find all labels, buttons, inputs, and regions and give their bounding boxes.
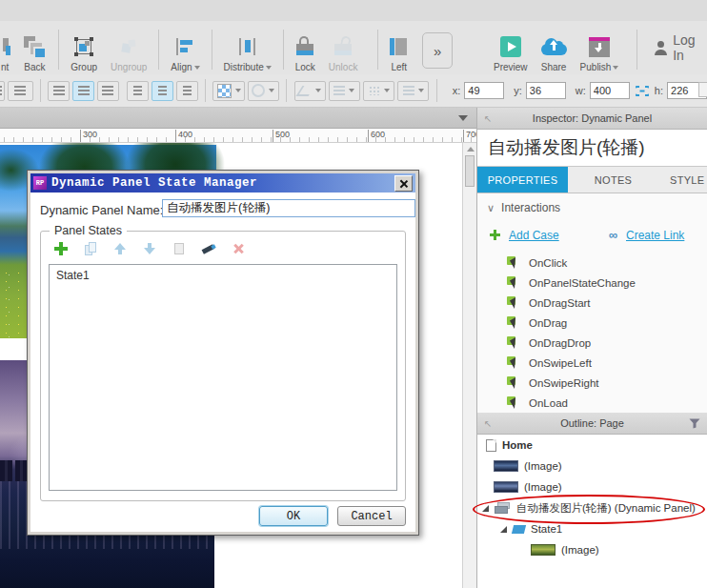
ok-button[interactable]: OK [259, 506, 328, 526]
stripes-icon [403, 86, 414, 95]
tab-notes[interactable]: NOTES [568, 167, 658, 193]
text-align-left-button[interactable] [48, 81, 70, 101]
add-case-link[interactable]: Add Case [509, 229, 559, 242]
back-button[interactable]: Back [15, 34, 53, 72]
y-input[interactable] [526, 82, 566, 99]
window-title-strip [0, 0, 707, 22]
widget-name-field[interactable]: 自动播发图片(轮播) [477, 130, 707, 167]
arrow-style-dropdown[interactable] [363, 81, 394, 101]
line-weight-dropdown[interactable] [329, 81, 360, 101]
unlock-label: Unlock [329, 62, 358, 72]
horizontal-ruler: 300 400 500 600 700 [0, 129, 481, 143]
event-label: OnClick [529, 257, 567, 269]
back-icon [22, 35, 47, 58]
vertical-align-middle-button[interactable] [152, 81, 173, 101]
tree-item-state1[interactable]: State1 [477, 518, 707, 539]
tree-item-image-3[interactable]: (Image) [477, 539, 707, 560]
left-pane-button[interactable]: Left [383, 34, 414, 72]
ungroup-button[interactable]: Ungroup [104, 34, 153, 72]
filter-funnel-icon[interactable] [689, 418, 700, 431]
panel-states-toolbar [53, 241, 246, 256]
x-input[interactable] [464, 82, 504, 99]
move-state-down-icon[interactable] [142, 241, 157, 256]
share-button[interactable]: Share [535, 34, 574, 72]
scrollbar-thumb[interactable] [465, 155, 475, 187]
unlock-button[interactable]: Unlock [322, 34, 365, 72]
format-button-partial[interactable] [0, 81, 5, 101]
event-label: OnSwipeRight [529, 377, 599, 389]
event-label: OnDragStart [529, 297, 591, 309]
tab-properties[interactable]: PROPERTIES [477, 167, 568, 193]
text-align-right-button[interactable] [97, 81, 119, 101]
hidden-checkbox-partial[interactable] [698, 82, 707, 97]
image-thumbnail [494, 460, 518, 472]
event-row-onpanelstatechange[interactable]: OnPanelStateChange [477, 273, 707, 293]
publish-button[interactable]: Publish [574, 34, 626, 72]
panel-states-label: Panel States [50, 224, 127, 237]
event-row-ondragstart[interactable]: OnDragStart [477, 293, 707, 313]
state-list-item[interactable]: State1 [50, 265, 396, 286]
front-button-partial[interactable]: nt [0, 34, 15, 72]
more-tools-button[interactable]: » [422, 32, 453, 69]
dropdown-caret-icon [266, 66, 272, 70]
event-row-ondragdrop[interactable]: OnDragDrop [477, 333, 707, 353]
lock-button[interactable]: Lock [289, 34, 322, 72]
event-row-onswiperight[interactable]: OnSwipeRight [477, 373, 707, 393]
scroll-up-arrow-icon[interactable] [467, 147, 475, 152]
dropdown-caret-icon [269, 89, 274, 92]
dialog-close-button[interactable] [394, 175, 413, 192]
dialog-titlebar[interactable]: RP Dynamic Panel State Manager [30, 173, 415, 193]
cursor-event-icon [507, 376, 520, 390]
duplicate-state-icon[interactable] [83, 241, 98, 256]
edit-state-icon[interactable] [201, 241, 216, 256]
tree-item-dynamic-panel[interactable]: 自动播发图片(轮播) (Dynamic Panel) [477, 497, 707, 518]
tab-style[interactable]: STYLE [658, 167, 707, 193]
border-radius-dropdown[interactable] [248, 81, 279, 101]
w-input[interactable] [590, 82, 630, 99]
move-state-up-icon[interactable] [112, 241, 128, 256]
distribute-button[interactable]: Distribute [217, 34, 278, 72]
text-align-center-button[interactable] [72, 81, 94, 101]
expand-triangle-icon[interactable] [482, 505, 489, 512]
maintain-ratio-link-icon[interactable] [636, 86, 649, 96]
interactions-section-header[interactable]: ∨ Interactions [487, 201, 560, 214]
collapse-panel-icon[interactable]: ↖ [484, 113, 492, 124]
event-row-onload[interactable]: OnLoad [477, 393, 707, 413]
expand-triangle-icon[interactable] [500, 526, 507, 533]
stripes-icon [333, 86, 345, 95]
delete-state-icon[interactable] [231, 241, 246, 256]
canvas-dropdown-caret-icon[interactable] [458, 115, 468, 121]
event-list: OnClick OnPanelStateChange OnDragStart O… [477, 253, 707, 413]
panel-name-input[interactable] [162, 199, 415, 217]
event-row-onclick[interactable]: OnClick [477, 253, 707, 273]
fill-color-dropdown[interactable] [212, 81, 244, 101]
vertical-align-bottom-button[interactable] [176, 81, 198, 101]
line-style-dropdown[interactable] [294, 81, 326, 101]
group-button[interactable]: Group [64, 34, 104, 72]
share-label: Share [541, 62, 567, 72]
paste-state-icon[interactable] [172, 241, 187, 256]
page-icon [486, 439, 496, 452]
outline-header-bar: ↖ Outline: Page [477, 413, 707, 435]
toolbar-separator [40, 79, 41, 102]
event-row-onswipeleft[interactable]: OnSwipeLeft [477, 353, 707, 373]
tree-item-home[interactable]: Home [477, 435, 707, 456]
align-center-icon [78, 86, 90, 95]
vertical-align-top-button[interactable] [127, 81, 149, 101]
angle-icon [295, 86, 314, 96]
border-pattern-dropdown[interactable] [397, 81, 429, 101]
left-pane-icon [390, 38, 408, 55]
preview-button[interactable]: Preview [487, 34, 535, 72]
cancel-button[interactable]: Cancel [337, 506, 406, 526]
collapse-panel-icon[interactable]: ↖ [484, 418, 492, 429]
add-state-icon[interactable] [53, 241, 69, 256]
event-row-ondrag[interactable]: OnDrag [477, 313, 707, 333]
tree-item-image-1[interactable]: (Image) [477, 456, 707, 476]
panel-states-list[interactable]: State1 [49, 264, 397, 491]
create-link-link[interactable]: Create Link [626, 229, 684, 242]
align-button[interactable]: Align [164, 34, 206, 72]
login-button[interactable]: Log In [654, 32, 707, 63]
tree-item-image-2[interactable]: (Image) [477, 476, 707, 497]
canvas-vertical-scrollbar[interactable] [462, 143, 476, 588]
line-spacing-button[interactable] [8, 81, 32, 101]
